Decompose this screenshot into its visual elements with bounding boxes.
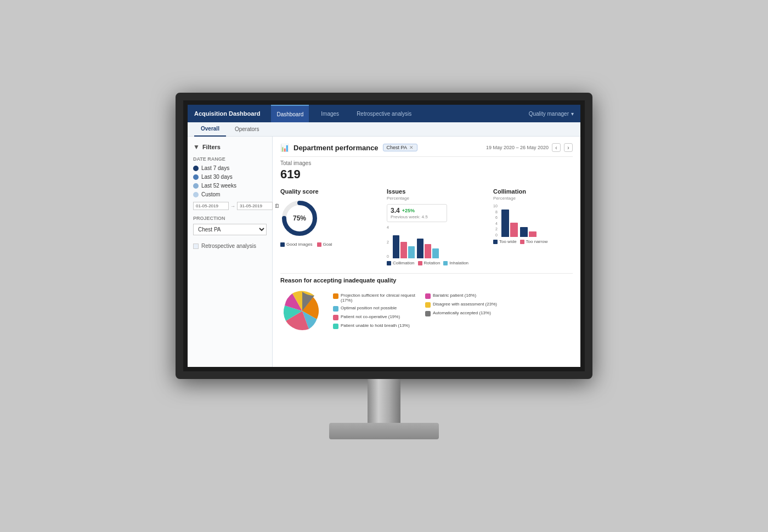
- reason-item-6: Disagree with assessment (23%): [425, 302, 497, 308]
- total-images-value: 619: [280, 167, 573, 182]
- sub-nav: Overall Operators: [188, 122, 580, 137]
- radio-label-last30: Last 30 days: [201, 174, 233, 180]
- date-to-input[interactable]: [237, 202, 273, 210]
- reason-dot-1: [333, 293, 338, 299]
- reason-dot-3: [333, 315, 338, 320]
- donut-chart: 75%: [280, 199, 319, 237]
- collim-bar-group1: [501, 210, 518, 237]
- bar-axis-issues: 4 2 0: [387, 225, 389, 258]
- axis-4: 4: [387, 225, 389, 229]
- main-content: ▼ Filters Date range Last 7 days Last 30…: [188, 137, 580, 367]
- axis-0: 0: [387, 254, 389, 258]
- issues-section: Issues Percentage 3.4 +25% Previous week…: [387, 188, 482, 265]
- legend-dot-narrow: [520, 240, 524, 244]
- collim-bar-wide-1: [501, 210, 509, 237]
- bar-axis-collim: 10 8 6 4 2 0: [493, 204, 498, 237]
- legend-too-narrow: Too narrow: [520, 239, 548, 244]
- quality-score-title: Quality score: [280, 188, 376, 195]
- monitor-screen: Acquisition Dashboard Dashboard Images R…: [176, 93, 592, 379]
- total-images-label: Total images: [280, 160, 573, 166]
- radio-last30[interactable]: Last 30 days: [193, 174, 267, 180]
- date-from-input[interactable]: [193, 202, 229, 210]
- issues-title: Issues: [387, 188, 482, 195]
- date-arrow-icon: →: [230, 203, 235, 209]
- date-range-label: Date range: [193, 156, 267, 162]
- legend-inhalation: Inhalation: [443, 261, 468, 265]
- sub-tab-overall[interactable]: Overall: [194, 122, 226, 137]
- issues-chart-area: 4 2 0: [387, 225, 482, 258]
- sub-tab-operators[interactable]: Operators: [228, 122, 266, 137]
- reason-title: Reason for accepting inadequate quality: [280, 277, 573, 284]
- axis-4b: 4: [495, 222, 498, 225]
- retro-checkbox[interactable]: [193, 244, 199, 249]
- app-title: Acquisition Dashboard: [194, 110, 260, 117]
- quality-manager-menu[interactable]: Quality manager ▾: [529, 111, 574, 117]
- reason-dot-5: [425, 293, 431, 299]
- axis-2: 2: [387, 240, 389, 244]
- issues-legend: Collimation Rotation Inhalation: [387, 261, 482, 265]
- dept-title: Department performance: [293, 144, 379, 152]
- quality-score-section: Quality score 75%: [280, 188, 376, 247]
- collim-bar-group2: [520, 227, 537, 237]
- tab-retrospective[interactable]: Retrospective analysis: [351, 105, 417, 122]
- dept-date-range: 19 May 2020 – 26 May 2020 ‹ ›: [486, 143, 573, 152]
- reason-content: Projection sufficient for clinical reque…: [280, 289, 573, 333]
- tooltip-delta: +25%: [402, 208, 415, 213]
- axis-8: 8: [495, 210, 498, 214]
- radio-circle-custom: [193, 192, 199, 197]
- projection-label: Projection: [193, 216, 267, 221]
- divider-reason: [280, 273, 573, 274]
- donut-center-text: 75%: [293, 214, 306, 222]
- issues-bar-collim-2: [417, 239, 423, 258]
- radio-label-custom: Custom: [201, 191, 220, 197]
- tab-images[interactable]: Images: [315, 105, 345, 122]
- reason-dot-7: [425, 311, 431, 316]
- legend-rotation: Rotation: [418, 261, 441, 265]
- legend-dot-wide: [493, 240, 498, 244]
- issues-bar-rot-1: [400, 242, 407, 258]
- legend-dot-inhal: [443, 261, 448, 265]
- retro-analysis-toggle[interactable]: Retrospective analysis: [193, 243, 267, 249]
- reason-item-7: Automatically accepted (13%): [425, 310, 497, 316]
- filter-title: ▼ Filters: [193, 143, 267, 151]
- axis-2b: 2: [495, 227, 498, 231]
- pie-chart: [280, 289, 324, 333]
- radio-custom[interactable]: Custom: [193, 191, 267, 197]
- radio-last7[interactable]: Last 7 days: [193, 165, 267, 171]
- date-prev-btn[interactable]: ‹: [552, 143, 561, 152]
- reason-legends: Projection sufficient for clinical reque…: [333, 293, 573, 329]
- reason-dot-4: [333, 324, 338, 329]
- issues-bar-inhal-1: [408, 246, 415, 258]
- legend-good-images: Good images: [280, 242, 313, 247]
- radio-circle-last7: [193, 166, 199, 171]
- legend-collimation: Collimation: [387, 261, 415, 265]
- collimation-legend: Too wide Too narrow: [493, 239, 573, 244]
- tooltip-prev: Previous week: 4.5: [391, 214, 443, 219]
- collim-bar-narrow-1: [510, 223, 518, 237]
- issues-bar-group1: [393, 235, 415, 258]
- legend-too-wide: Too wide: [493, 239, 517, 244]
- tab-dashboard[interactable]: Dashboard: [271, 105, 309, 122]
- retro-label: Retrospective analysis: [201, 243, 256, 249]
- main-panel: 📊 Department performance Chest PA ✕ 19 M…: [273, 137, 580, 367]
- filter-icon: ▼: [193, 143, 200, 151]
- legend-dot-rot: [418, 261, 422, 265]
- badge-remove-btn[interactable]: ✕: [409, 145, 414, 150]
- radio-last52[interactable]: Last 52 weeks: [193, 183, 267, 189]
- radio-circle-last30: [193, 174, 199, 180]
- collim-bar-narrow-2: [529, 231, 537, 237]
- dept-header: 📊 Department performance Chest PA ✕ 19 M…: [280, 143, 573, 152]
- issues-bar-inhal-2: [432, 248, 439, 258]
- app-topbar: Acquisition Dashboard Dashboard Images R…: [188, 105, 580, 122]
- radio-label-last52: Last 52 weeks: [201, 183, 236, 189]
- quality-legend: Good images Goal: [280, 242, 376, 247]
- issues-bar-rot-2: [425, 244, 431, 258]
- reason-item-2: Optimal position not possible: [333, 305, 421, 312]
- collimation-subtitle: Percentage: [493, 196, 573, 201]
- issues-bar-collim-1: [393, 235, 399, 258]
- reason-dot-6: [425, 302, 431, 308]
- projection-select[interactable]: Chest PA: [193, 224, 267, 235]
- metrics-row: Quality score 75%: [280, 188, 573, 265]
- monitor-stand-neck: [368, 379, 400, 423]
- date-next-btn[interactable]: ›: [564, 143, 573, 152]
